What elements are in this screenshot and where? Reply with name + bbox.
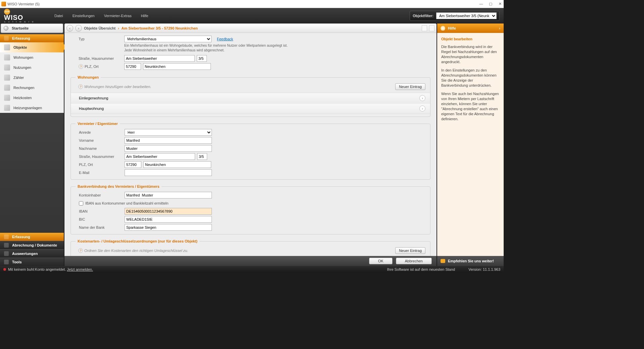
- help-paragraph: In den Einstellungen zu den Abrechnungsd…: [441, 68, 500, 88]
- vermieter-hausnummer-input[interactable]: [197, 153, 207, 160]
- door-icon: [4, 54, 10, 60]
- chevron-right-icon: ›: [419, 95, 425, 101]
- kostenarten-new-button[interactable]: Neuer Eintrag: [395, 247, 425, 254]
- home-icon: [4, 26, 8, 31]
- menu-vermieter-extras[interactable]: Vermieter-Extras: [99, 12, 136, 20]
- help-header[interactable]: Hilfe ›: [437, 24, 504, 33]
- app-logo: ZDF WISO s o f t w a r e: [4, 9, 44, 23]
- nav-back-button[interactable]: ‹: [66, 25, 73, 32]
- status-bar: Mit keinem buhl:Konto angemeldet. Jetzt …: [0, 266, 504, 273]
- version-label: Version: 11.1.1.963: [468, 267, 500, 271]
- chevron-right-icon: ›: [118, 26, 119, 30]
- typ-label: Typ: [71, 37, 124, 41]
- minimize-button[interactable]: —: [479, 2, 484, 6]
- anrede-select[interactable]: Herr: [125, 129, 212, 136]
- kontoinhaber-input[interactable]: [125, 192, 212, 199]
- menu-datei[interactable]: Datei: [50, 12, 68, 20]
- section-kostenarten: Kostenarten- / Umlageschlüsselzuordnunge…: [71, 239, 430, 258]
- sidebar-item-nutzungen[interactable]: Nutzungen: [0, 62, 64, 73]
- close-button[interactable]: ✕: [498, 2, 502, 6]
- form-area[interactable]: Typ Mehrfamilienhaus Feedback Ein Mehrfa…: [64, 33, 436, 258]
- strasse-label: Straße, Hausnummer: [71, 56, 124, 60]
- typ-select[interactable]: Mehrfamilienhaus: [124, 36, 212, 42]
- breadcrumb-root[interactable]: Objekte Übersicht: [84, 26, 116, 30]
- cancel-button[interactable]: Abbrechen: [396, 258, 432, 264]
- objektfilter-label: Objektfilter:: [413, 14, 433, 18]
- maximize-button[interactable]: ▢: [488, 2, 493, 6]
- folder-icon: [4, 36, 9, 41]
- document-icon: [4, 243, 9, 248]
- sidebar-item-heizkosten[interactable]: Heizkosten: [0, 93, 64, 103]
- help-icon[interactable]: ?: [78, 84, 83, 89]
- menu-hilfe[interactable]: Hilfe: [136, 12, 153, 20]
- sidebar-bottom-erfassung[interactable]: Erfassung: [0, 233, 64, 241]
- heat-icon: [4, 95, 10, 101]
- strasse-input[interactable]: [124, 55, 195, 62]
- sidebar-startseite[interactable]: Startseite: [1, 24, 63, 33]
- help-paragraph: Die Bankverbindung wird in der Regel bei…: [441, 44, 500, 64]
- section-bankverbindung: Bankverbindung des Vermieters / Eigentüm…: [71, 184, 430, 234]
- iban-input[interactable]: [125, 208, 212, 215]
- breadcrumb-current: Am Siebertsweiher 3/5 - 57290 Neunkirche…: [122, 26, 198, 30]
- sidebar-bottom-abrechnung[interactable]: Abrechnung / Dokumente: [0, 241, 64, 249]
- typ-description-2: Jede Wohneinheit in einem Mehrfamilienha…: [124, 48, 299, 52]
- objektfilter-select[interactable]: Am Siebertsweiher 3/5 (Neunkirchen): [436, 12, 497, 19]
- help-icon[interactable]: ?: [79, 64, 83, 69]
- feedback-link[interactable]: Feedback: [217, 37, 233, 41]
- invoice-icon: [4, 85, 10, 91]
- section-vermieter: Vermieter / Eigentümer AnredeHerr Vornam…: [71, 122, 430, 180]
- vermieter-strasse-input[interactable]: [125, 153, 195, 160]
- vorname-input[interactable]: [125, 137, 212, 144]
- recommend-bar[interactable]: Empfehlen Sie uns weiter!: [437, 256, 504, 266]
- iban-ermitteln-checkbox[interactable]: IBAN aus Kontonummer und Bankleitzahl er…: [71, 201, 169, 206]
- ok-button[interactable]: OK: [369, 258, 393, 264]
- sidebar-item-heizungsanlagen[interactable]: Heizungsanlagen: [0, 103, 64, 113]
- bic-input[interactable]: [125, 216, 212, 223]
- objektfilter-box: Objektfilter: Am Siebertsweiher 3/5 (Neu…: [410, 11, 500, 21]
- speech-bubble-icon: [441, 259, 445, 263]
- meter-icon: [4, 75, 10, 81]
- tools-icon: [4, 260, 9, 264]
- sidebar-bottom-tools[interactable]: Tools: [0, 258, 64, 266]
- main-content: ‹ › Objekte Übersicht › Am Siebertsweihe…: [64, 24, 436, 258]
- bankname-input[interactable]: [125, 224, 212, 231]
- wohnung-row-haupt[interactable]: Hauptwohnung›: [71, 103, 430, 114]
- status-dot-icon: [3, 268, 6, 271]
- menu-einstellungen[interactable]: Einstellungen: [68, 12, 99, 20]
- copy-icon[interactable]: [429, 25, 434, 31]
- lightbulb-icon: [441, 26, 445, 31]
- nachname-input[interactable]: [125, 145, 212, 152]
- sidebar-item-wohnungen[interactable]: Wohnungen: [0, 52, 64, 62]
- sidebar-item-objekte[interactable]: Objekte: [0, 42, 64, 52]
- ort-input[interactable]: [143, 63, 211, 70]
- window-titlebar: WISO Vermieter (5) — ▢ ✕: [0, 0, 504, 8]
- wohnung-row-einlieger[interactable]: Einliegerwohnung›: [71, 93, 430, 103]
- delete-icon[interactable]: [422, 25, 427, 31]
- typ-description-1: Ein Mehrfamilienhaus ist ein Wohngebäude…: [124, 43, 299, 48]
- chevron-right-icon: ›: [499, 26, 500, 30]
- wohnungen-new-button[interactable]: Neuer Eintrag: [395, 83, 425, 90]
- sidebar-item-zaehler[interactable]: Zähler: [0, 73, 64, 83]
- sidebar-bottom-auswertungen[interactable]: Auswertungen: [0, 249, 64, 258]
- nav-forward-button[interactable]: ›: [75, 25, 82, 32]
- window-title: WISO Vermieter (5): [7, 2, 40, 6]
- plz-ort-label: PLZ, Ort: [85, 64, 99, 69]
- breadcrumb-bar: ‹ › Objekte Übersicht › Am Siebertsweihe…: [64, 24, 436, 33]
- main-menu: Datei Einstellungen Vermieter-Extras Hil…: [50, 12, 153, 20]
- help-panel: Hilfe › Objekt bearbeiten Die Bankverbin…: [437, 24, 504, 258]
- help-icon[interactable]: ?: [78, 248, 83, 253]
- plz-input[interactable]: [124, 63, 141, 70]
- vermieter-ort-input[interactable]: [143, 161, 211, 168]
- sidebar-item-rechnungen[interactable]: Rechnungen: [0, 83, 64, 93]
- login-status: Mit keinem buhl:Konto angemeldet.: [8, 267, 66, 271]
- sidebar-group-erfassung[interactable]: Erfassung: [0, 34, 64, 42]
- login-link[interactable]: Jetzt anmelden.: [67, 267, 93, 271]
- chart-icon: [4, 251, 9, 256]
- email-input[interactable]: [125, 169, 212, 176]
- hausnummer-input[interactable]: [197, 55, 207, 62]
- folder-icon: [4, 234, 9, 239]
- update-status: Ihre Software ist auf dem neuesten Stand: [387, 267, 455, 271]
- dialog-footer: OK Abbrechen: [64, 256, 436, 266]
- chevron-right-icon: ›: [419, 105, 425, 112]
- vermieter-plz-input[interactable]: [125, 161, 141, 168]
